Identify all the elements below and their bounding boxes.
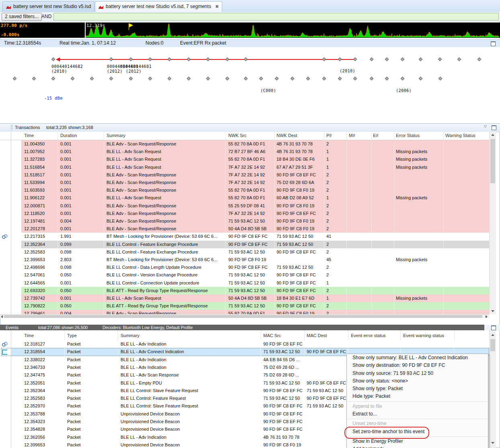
menu-item-show-only-source-71-59-93-ac-12-50[interactable]: Show only source: 71 59 93 AC 12 50 <box>347 370 488 377</box>
events-column-header[interactable]: TimeTypeSummaryMAC SrcMAC DestEvent erro… <box>0 330 489 341</box>
transactions-table[interactable]: 11.0043500.001BLE Adv - Scan Request/Res… <box>0 140 489 314</box>
scroll-left-icon[interactable] <box>1 315 3 318</box>
node-diamond-icon[interactable] <box>129 77 133 81</box>
node-diamond-icon[interactable] <box>370 77 374 81</box>
column-header-event-error-status[interactable]: Event error status <box>351 333 386 338</box>
column-header-m-[interactable]: M# <box>349 133 355 138</box>
transaction-row[interactable]: 11.5185170.001BLE Adv - Scan Request/Res… <box>0 171 489 179</box>
column-header-event-warning-status[interactable]: Event warning status <box>403 333 444 338</box>
node-diamond-icon[interactable] <box>370 57 374 61</box>
transaction-row[interactable]: 12.3525830.098BLE LL Control - Feature E… <box>0 248 489 256</box>
node-diamond-icon[interactable] <box>187 57 191 61</box>
node-diamond-icon[interactable] <box>109 57 113 61</box>
node-diamond-icon[interactable] <box>401 57 405 61</box>
node-diamond-icon[interactable] <box>129 57 133 61</box>
node-diamond-icon[interactable] <box>13 77 17 81</box>
node-diamond-icon[interactable] <box>401 77 405 81</box>
zero-time-flag-icon[interactable] <box>129 23 133 27</box>
column-header-time[interactable]: Time <box>24 133 34 138</box>
close-icon[interactable]: ✖ <box>215 4 219 9</box>
node-diamond-icon[interactable] <box>187 77 191 81</box>
column-header-type[interactable]: Type <box>67 333 77 338</box>
transaction-row[interactable]: 12.2012780.001BLE Adv - Scan Request/Res… <box>0 225 489 233</box>
column-header-warning-status[interactable]: Warning Status <box>445 133 475 138</box>
maximize-icon[interactable] <box>491 325 496 330</box>
node-diamond-icon[interactable] <box>148 57 152 61</box>
node-diamond-icon[interactable] <box>438 57 442 61</box>
transaction-row[interactable]: 12.0008710.001BLE Adv - Scan Request/Res… <box>0 202 489 210</box>
transactions-column-header[interactable]: TimeDurationSummaryNWK SrcNWK DestP#M#E#… <box>0 132 489 140</box>
transaction-row[interactable]: 11.6035930.001BLE Adv - Scan Request/Res… <box>0 186 489 194</box>
transaction-row[interactable]: 12.7397420.001BLE LL - Adv Scan Request5… <box>0 295 489 302</box>
tab-capture-file-2-active[interactable]: battery server test new Studio v5.isd, 7… <box>95 1 222 12</box>
transaction-row[interactable]: 12.6933200.050BLE ATT - Read By Group Ty… <box>0 287 489 295</box>
node-diamond-icon[interactable] <box>275 77 279 81</box>
menu-item-extract-to-[interactable]: Extract to... <box>347 410 488 418</box>
transaction-row[interactable]: 12.2173151.991BT Mesh - Looking for Prov… <box>0 233 489 240</box>
node-diamond-icon[interactable] <box>51 57 55 61</box>
node-diamond-icon[interactable] <box>148 77 152 81</box>
transaction-row[interactable]: 12.5470610.050BLE LL Control - Version E… <box>0 271 489 279</box>
menu-item-show-only-status-none-[interactable]: Show only status: <none> <box>347 377 488 385</box>
node-map-panel[interactable]: -15 dBm 000440144682(2010)00044014468000… <box>0 47 500 123</box>
transaction-row[interactable]: 12.3523640.099BLE LL Control - Feature E… <box>0 241 489 248</box>
scrollbar-thumb[interactable] <box>490 339 495 351</box>
node-diamond-icon[interactable] <box>322 57 326 61</box>
menu-item-show-only-summary-ble-ll-adv-connect-ind[interactable]: Show only summary: BLE LL - Adv Connect … <box>347 354 488 362</box>
column-header-nwk-src[interactable]: NWK Src <box>228 133 246 138</box>
transaction-row[interactable]: 12.1185200.001BLE Adv - Scan Request/Res… <box>0 210 489 217</box>
column-header-nwk-dest[interactable]: NWK Dest <box>277 133 297 138</box>
column-header-summary[interactable]: Summary <box>121 333 139 338</box>
node-diamond-icon[interactable] <box>306 77 310 81</box>
transaction-row[interactable]: 12.7994610.004BLE Adv - Scan Request/Res… <box>0 310 489 314</box>
transaction-row[interactable]: 11.0043500.001BLE Adv - Scan Request/Res… <box>0 140 489 148</box>
menu-item-hide-type-packet[interactable]: Hide type: Packet <box>347 393 488 400</box>
capture-timeline-strip[interactable]: 277.00 p/s -0.000s 12.319s <box>0 23 500 38</box>
column-header-error-status[interactable]: Error Status <box>396 133 420 138</box>
scroll-up-icon[interactable] <box>491 134 494 136</box>
node-diamond-icon[interactable] <box>439 77 443 81</box>
node-diamond-icon[interactable] <box>109 77 113 81</box>
node-diamond-icon[interactable] <box>353 77 357 81</box>
events-vertical-scrollbar[interactable] <box>489 330 496 448</box>
node-diamond-icon[interactable] <box>322 77 326 81</box>
transaction-row[interactable]: 12.4986960.098BLE LL Control - Data Leng… <box>0 264 489 271</box>
node-diamond-icon[interactable] <box>385 57 389 61</box>
menu-item-show-only-type-packet[interactable]: Show only type: Packet <box>347 385 488 393</box>
panel-grip[interactable] <box>10 125 13 130</box>
node-diamond-icon[interactable] <box>338 77 342 81</box>
node-diamond-icon[interactable] <box>206 77 210 81</box>
transactions-horizontal-scrollbar[interactable] <box>0 314 489 318</box>
node-diamond-icon[interactable] <box>225 57 230 61</box>
node-diamond-icon[interactable] <box>168 77 172 81</box>
node-diamond-icon[interactable] <box>168 57 172 61</box>
node-diamond-icon[interactable] <box>457 57 461 61</box>
menu-item-show-only-destination-90-fd-9f-c8-ef-fc[interactable]: Show only destination: 90 FD 9F C8 EF FC <box>347 362 488 369</box>
node-diamond-icon[interactable] <box>385 77 389 81</box>
scroll-up-icon[interactable] <box>491 334 494 336</box>
column-header-mac-src[interactable]: MAC Src <box>263 333 281 338</box>
transaction-row[interactable]: 12.3996532.803BT Mesh - Looking for Prov… <box>0 256 489 264</box>
maximize-icon[interactable] <box>491 41 496 46</box>
node-diamond-icon[interactable] <box>244 57 248 61</box>
transaction-row[interactable]: 11.5339940.001BLE Adv - Scan Request/Res… <box>0 179 489 186</box>
filter-expression-input[interactable] <box>53 13 499 20</box>
node-diamond-icon[interactable] <box>419 57 423 61</box>
event-row[interactable]: 12.318127PacketBLE LL - Adv Indication90… <box>0 340 489 348</box>
node-diamond-icon[interactable] <box>338 57 342 61</box>
node-diamond-icon[interactable] <box>259 77 263 81</box>
transaction-row[interactable]: 12.6445650.001BLE LL Control - Connectio… <box>0 279 489 287</box>
transactions-vertical-scrollbar[interactable] <box>489 132 496 314</box>
scroll-down-icon[interactable] <box>491 442 494 444</box>
transaction-row[interactable]: 11.9061220.001BLE LL - Adv Scan Request5… <box>0 194 489 202</box>
node-diamond-icon[interactable] <box>291 77 295 81</box>
scrollbar-thumb[interactable] <box>490 139 495 183</box>
transaction-row[interactable]: 12.7908220.050BLE ATT - Read By Group Ty… <box>0 302 489 310</box>
column-header-summary[interactable]: Summary <box>107 133 125 138</box>
scroll-right-icon[interactable] <box>486 315 488 318</box>
transaction-row[interactable]: 11.5168540.001BLE LL - Adv Scan Request7… <box>0 164 489 171</box>
menu-item-add-bookmark[interactable]: Add bookmark <box>347 445 488 448</box>
transaction-row[interactable]: 12.1974810.004BLE Adv - Scan Request/Res… <box>0 217 489 225</box>
filter-collapse-icon[interactable]: ▽ <box>484 125 487 129</box>
node-diamond-icon[interactable] <box>71 77 75 81</box>
